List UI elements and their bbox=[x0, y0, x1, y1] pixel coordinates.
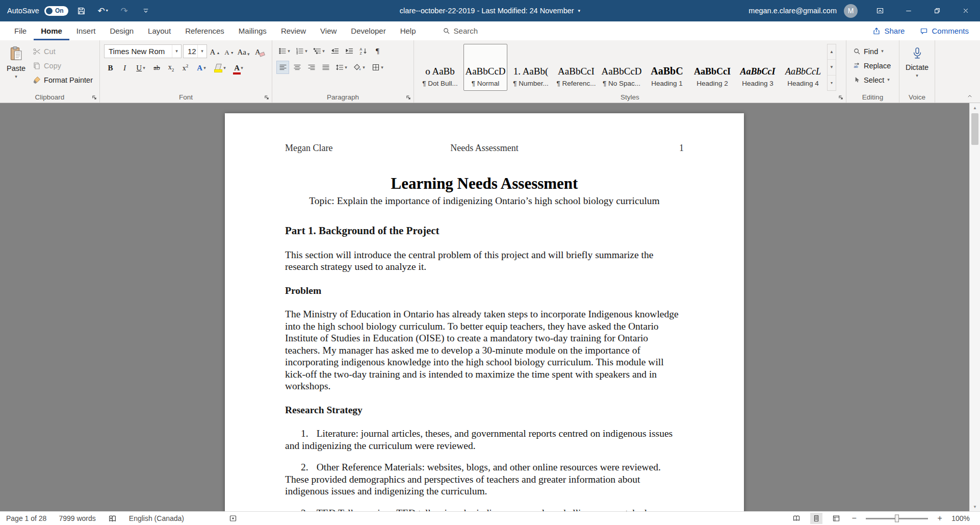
subscript-button[interactable]: x2 bbox=[165, 61, 177, 74]
text-effects-button[interactable]: A ▾ bbox=[193, 61, 210, 74]
save-button[interactable] bbox=[73, 3, 90, 18]
minimize-button[interactable] bbox=[894, 0, 923, 21]
clipboard-dialog-launcher[interactable] bbox=[91, 94, 97, 101]
restore-button[interactable] bbox=[923, 0, 951, 21]
find-button[interactable]: Find ▾ bbox=[850, 44, 893, 58]
tab-file[interactable]: File bbox=[7, 21, 34, 40]
highlight-button[interactable]: ▾ bbox=[211, 61, 228, 74]
ribbon-display-options-button[interactable] bbox=[866, 0, 894, 21]
copy-button[interactable]: Copy bbox=[30, 59, 95, 72]
zoom-slider-thumb[interactable] bbox=[895, 515, 899, 522]
customize-quick-access-button[interactable] bbox=[138, 3, 154, 18]
zoom-level[interactable]: 100% bbox=[951, 514, 970, 522]
zoom-slider[interactable] bbox=[866, 518, 928, 519]
italic-button[interactable]: I bbox=[118, 61, 131, 74]
sort-button[interactable]: AZ bbox=[357, 44, 370, 58]
line-spacing-button[interactable]: ▾ bbox=[333, 61, 349, 74]
style-dot-bullet[interactable]: o AaBb ¶ Dot Bull... bbox=[418, 44, 462, 91]
multilevel-list-button[interactable]: ▾ bbox=[311, 44, 327, 58]
tab-design[interactable]: Design bbox=[102, 21, 141, 40]
tab-developer[interactable]: Developer bbox=[344, 21, 393, 40]
web-layout-button[interactable] bbox=[830, 513, 842, 524]
shading-button[interactable]: ▾ bbox=[351, 61, 368, 74]
font-dialog-launcher[interactable] bbox=[264, 94, 270, 101]
tab-help[interactable]: Help bbox=[393, 21, 423, 40]
style-heading-2[interactable]: AaBbCcI Heading 2 bbox=[690, 44, 734, 91]
borders-button[interactable]: ▾ bbox=[369, 61, 386, 74]
style-heading-1[interactable]: AaBbC Heading 1 bbox=[645, 44, 689, 91]
collapse-ribbon-button[interactable] bbox=[965, 92, 975, 100]
close-button[interactable] bbox=[951, 0, 980, 21]
tab-mailings[interactable]: Mailings bbox=[231, 21, 274, 40]
superscript-button[interactable]: x2 bbox=[179, 61, 192, 74]
change-case-button[interactable]: Aa ▾ bbox=[237, 45, 250, 58]
justify-button[interactable] bbox=[319, 61, 332, 74]
list-item: 1.Literature: journal articles, theses, … bbox=[285, 428, 684, 452]
font-name-combo[interactable]: Times New Rom ▾ bbox=[104, 44, 182, 58]
style-normal[interactable]: AaBbCcD ¶ Normal bbox=[463, 44, 507, 91]
align-right-button[interactable] bbox=[305, 61, 318, 74]
font-size-combo[interactable]: 12 ▾ bbox=[183, 44, 207, 58]
word-count[interactable]: 7999 words bbox=[59, 514, 95, 522]
search-button[interactable]: Search bbox=[443, 21, 478, 40]
tab-layout[interactable]: Layout bbox=[141, 21, 178, 40]
redo-button[interactable]: ↷ bbox=[116, 3, 133, 18]
scroll-down-arrow-icon[interactable]: ▼ bbox=[970, 502, 980, 511]
align-left-button[interactable] bbox=[276, 61, 289, 74]
tab-insert[interactable]: Insert bbox=[69, 21, 103, 40]
select-button[interactable]: Select ▾ bbox=[850, 73, 893, 87]
style-reference[interactable]: AaBbCcI ¶ Referenc... bbox=[554, 44, 598, 91]
styles-dialog-launcher[interactable] bbox=[838, 94, 844, 101]
share-button[interactable]: Share bbox=[872, 27, 905, 35]
clear-formatting-button[interactable]: A bbox=[251, 45, 264, 58]
tab-home[interactable]: Home bbox=[34, 21, 69, 40]
dictate-button[interactable]: Dictate ▾ bbox=[904, 43, 931, 89]
gallery-scroll-up-button[interactable]: ▲ bbox=[828, 44, 836, 60]
paste-button[interactable]: Paste ▾ bbox=[4, 43, 28, 89]
proofing-status-button[interactable] bbox=[108, 514, 117, 523]
strikethrough-button[interactable]: ab bbox=[150, 61, 163, 74]
zoom-in-button[interactable]: + bbox=[936, 514, 944, 523]
gallery-scroll-down-button[interactable]: ▼ bbox=[828, 60, 836, 75]
tab-view[interactable]: View bbox=[313, 21, 344, 40]
paragraph-dialog-launcher[interactable] bbox=[405, 94, 411, 101]
account-email[interactable]: megan.e.clare@gmail.com bbox=[749, 7, 837, 15]
avatar[interactable]: M bbox=[844, 4, 858, 18]
gallery-expand-button[interactable]: ▾ bbox=[828, 76, 836, 90]
scrollbar-thumb[interactable] bbox=[971, 113, 978, 145]
decrease-indent-button[interactable] bbox=[328, 44, 341, 58]
vertical-scrollbar[interactable]: ▲ ▼ bbox=[969, 103, 980, 511]
page-indicator[interactable]: Page 1 of 28 bbox=[6, 514, 46, 522]
bullets-button[interactable]: ▾ bbox=[276, 44, 292, 58]
bold-button[interactable]: B bbox=[104, 61, 117, 74]
cut-button[interactable]: Cut bbox=[30, 44, 95, 58]
font-color-button[interactable]: A ▾ bbox=[230, 61, 247, 74]
scroll-up-arrow-icon[interactable]: ▲ bbox=[970, 103, 980, 112]
language-indicator[interactable]: English (Canada) bbox=[129, 514, 184, 522]
style-heading-3[interactable]: AaBbCcI Heading 3 bbox=[736, 44, 780, 91]
style-no-spacing[interactable]: AaBbCcD ¶ No Spac... bbox=[600, 44, 643, 91]
zoom-out-button[interactable]: − bbox=[850, 514, 858, 523]
align-center-button[interactable] bbox=[291, 61, 303, 74]
macro-record-button[interactable] bbox=[229, 514, 237, 522]
read-mode-button[interactable] bbox=[790, 513, 803, 524]
document-page[interactable]: Megan Clare Needs Assessment 1 Learning … bbox=[225, 113, 744, 511]
print-layout-button[interactable] bbox=[810, 513, 822, 524]
autosave-toggle[interactable]: On bbox=[44, 6, 68, 16]
undo-button[interactable]: ↶ ▾ bbox=[95, 3, 111, 18]
style-heading-4[interactable]: AaBbCcL Heading 4 bbox=[781, 44, 825, 91]
show-formatting-marks-button[interactable]: ¶ bbox=[371, 44, 384, 58]
document-title-menu[interactable]: clare--october-22-2019 - Last Modified: … bbox=[400, 7, 580, 15]
grow-font-button[interactable]: A ▲ bbox=[209, 45, 221, 58]
tab-references[interactable]: References bbox=[178, 21, 231, 40]
replace-button[interactable]: ab Replace bbox=[850, 59, 893, 72]
comments-button[interactable]: Comments bbox=[920, 27, 969, 35]
increase-indent-button[interactable] bbox=[343, 44, 355, 58]
list-number: 3. bbox=[301, 508, 308, 512]
numbering-button[interactable]: ▾ bbox=[294, 44, 310, 58]
underline-button[interactable]: U ▾ bbox=[133, 61, 149, 74]
format-painter-button[interactable]: Format Painter bbox=[30, 73, 95, 87]
tab-review[interactable]: Review bbox=[274, 21, 313, 40]
style-number[interactable]: 1. AaBb( ¶ Number... bbox=[509, 44, 553, 91]
shrink-font-button[interactable]: A ▼ bbox=[223, 45, 236, 58]
